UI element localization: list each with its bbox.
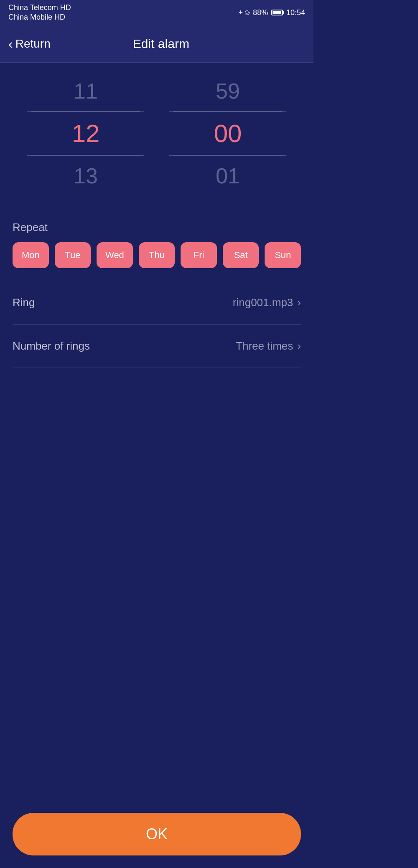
repeat-section: Repeat MonTueWedThuFriSatSun xyxy=(0,208,314,268)
hour-next: 13 xyxy=(15,156,157,196)
rings-setting-row[interactable]: Number of rings Three times › xyxy=(0,325,314,368)
rings-value: Three times › xyxy=(236,340,301,353)
ok-button[interactable]: OK xyxy=(13,813,301,855)
day-button-sat[interactable]: Sat xyxy=(223,242,259,268)
time-picker: 11 12 13 59 00 01 xyxy=(0,63,314,208)
day-button-thu[interactable]: Thu xyxy=(139,242,175,268)
minute-prev: 59 xyxy=(157,71,299,111)
rings-label: Number of rings xyxy=(13,340,90,353)
minute-selected: 00 xyxy=(157,112,299,155)
back-label: Return xyxy=(15,37,51,51)
battery-percentage: 88% xyxy=(253,8,268,17)
chevron-right-icon: › xyxy=(297,296,301,309)
back-button[interactable]: ‹ Return xyxy=(8,37,51,51)
repeat-label: Repeat xyxy=(13,221,301,234)
carrier-info: China Telecom HD China Mobile HD xyxy=(8,3,71,23)
ring-label: Ring xyxy=(13,296,35,309)
battery-icon xyxy=(271,10,283,15)
bluetooth-icon: + ⎊ xyxy=(238,8,250,17)
time-display: 10:54 xyxy=(286,8,305,17)
days-row: MonTueWedThuFriSatSun xyxy=(13,242,301,268)
status-right: + ⎊ 88% 10:54 xyxy=(238,8,305,17)
ring-value: ring001.mp3 › xyxy=(233,296,301,309)
day-button-fri[interactable]: Fri xyxy=(181,242,217,268)
back-chevron-icon: ‹ xyxy=(8,37,13,51)
chevron-right-icon-2: › xyxy=(297,340,301,353)
toolbar: ‹ Return Edit alarm xyxy=(0,25,314,63)
hour-selected: 12 xyxy=(15,112,157,155)
ring-value-text: ring001.mp3 xyxy=(233,296,293,309)
hour-prev: 11 xyxy=(15,71,157,111)
day-button-sun[interactable]: Sun xyxy=(265,242,301,268)
carrier2-label: China Mobile HD xyxy=(8,13,71,22)
ok-button-wrapper: OK xyxy=(0,805,314,868)
ring-setting-row[interactable]: Ring ring001.mp3 › xyxy=(0,281,314,324)
status-bar: China Telecom HD China Mobile HD + ⎊ 88%… xyxy=(0,0,314,25)
day-button-tue[interactable]: Tue xyxy=(55,242,91,268)
hour-column[interactable]: 11 12 13 xyxy=(15,71,157,196)
carrier1-label: China Telecom HD xyxy=(8,3,71,13)
minute-next: 01 xyxy=(157,156,299,196)
rings-value-text: Three times xyxy=(236,340,293,353)
day-button-wed[interactable]: Wed xyxy=(97,242,133,268)
minute-column[interactable]: 59 00 01 xyxy=(157,71,299,196)
day-button-mon[interactable]: Mon xyxy=(13,242,49,268)
page-title: Edit alarm xyxy=(51,37,272,51)
